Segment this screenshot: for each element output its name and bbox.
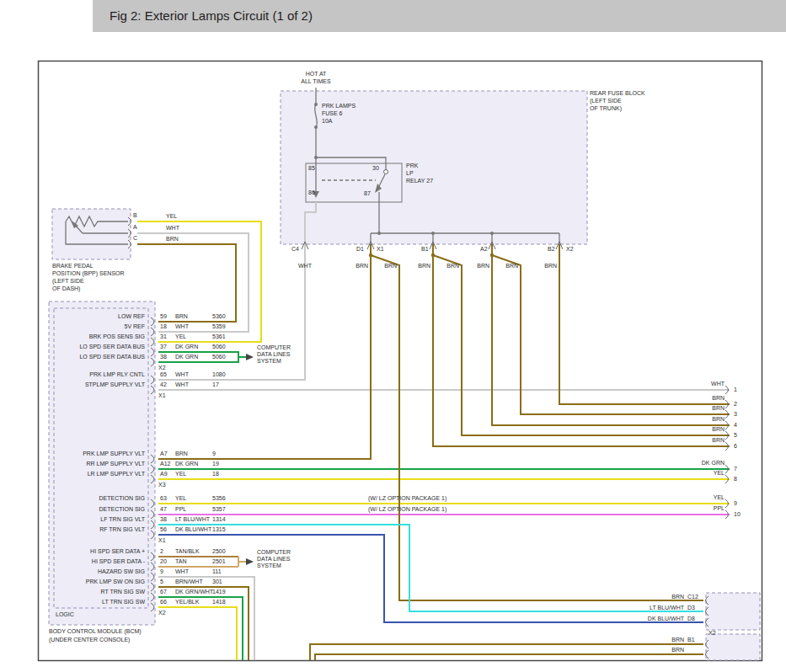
junction-dot — [377, 232, 381, 235]
bpp-sensor-box — [52, 209, 131, 259]
fuse-dot — [314, 103, 318, 106]
junction-dot — [490, 253, 494, 257]
junction-dot — [431, 232, 435, 235]
bcm-outer-box — [49, 301, 155, 625]
junction-dot — [314, 156, 318, 159]
rear-fuse-block-box — [281, 91, 587, 244]
wiring-diagram-page: Fig 2: Exterior Lamps Circuit (1 of 2) — [0, 0, 786, 672]
x2-connector-box — [706, 593, 760, 630]
junction-dot — [369, 253, 372, 257]
junction-dot — [490, 232, 494, 235]
fuse-dot — [314, 125, 318, 129]
circuit-diagram — [0, 0, 786, 672]
relay-30-terminal — [384, 170, 388, 174]
junction-dot — [431, 253, 435, 257]
lower-connector-box — [706, 634, 760, 660]
